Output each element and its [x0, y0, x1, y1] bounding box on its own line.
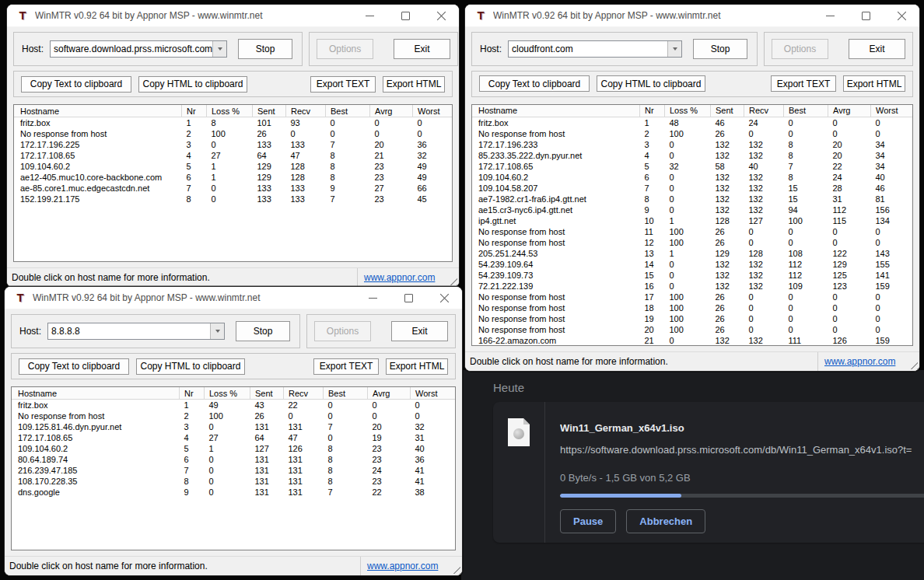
table-row[interactable]: fritz.box18101930000 — [14, 117, 453, 129]
col-avrg[interactable]: Avrg — [368, 387, 411, 400]
options-button[interactable]: Options — [772, 39, 828, 59]
table-row[interactable]: 54.239.109.64140132132112129155121 — [472, 259, 913, 270]
table-row[interactable]: ae15.cr3-nyc6.ip4.gtt.net901321329411215… — [472, 204, 913, 215]
exit-button[interactable]: Exit — [394, 39, 450, 59]
table-row[interactable]: 152.199.21.175801331337234510 — [14, 194, 453, 204]
col-sent[interactable]: Sent — [253, 105, 286, 117]
close-button[interactable] — [426, 287, 462, 309]
maximize-button[interactable] — [848, 5, 884, 26]
table-row[interactable]: No response from host191002600000 — [472, 313, 913, 324]
col-avrg[interactable]: Avrg — [370, 105, 413, 117]
col-recv[interactable]: Recv — [744, 105, 784, 117]
download-url[interactable]: https://software.download.prss.microsoft… — [560, 444, 924, 456]
table-row[interactable]: 109.104.58.2077013213215284617 — [472, 183, 913, 194]
table-row[interactable]: 172.17.196.23330132132820348 — [472, 139, 913, 150]
col-sent[interactable]: Sent — [711, 105, 744, 117]
table-row[interactable]: No response from host21002600000 — [14, 128, 453, 139]
export-html-button[interactable]: Export HTML — [383, 76, 445, 93]
table-row[interactable]: ae12-405.muc10.core-backbone.com61129128… — [14, 172, 453, 183]
table-row[interactable]: No response from host21002600000 — [12, 411, 456, 421]
table-row[interactable]: No response from host111002600000 — [472, 226, 913, 237]
maximize-button[interactable] — [390, 287, 426, 309]
stop-button[interactable]: Stop — [693, 39, 747, 59]
table-row[interactable]: ae-85.core1.muc.edgecastcdn.net701331339… — [14, 183, 453, 194]
export-html-button[interactable]: Export HTML — [843, 75, 905, 92]
download-filename[interactable]: Win11_German_x64v1.iso — [560, 422, 924, 434]
col-avrg[interactable]: Avrg — [828, 105, 871, 117]
col-loss[interactable]: Loss % — [207, 105, 253, 117]
col-nr[interactable]: Nr — [180, 387, 205, 400]
table-row[interactable]: ip4.gtt.net101128127100115134102 — [472, 215, 913, 226]
table-row[interactable]: 109.104.60.251127126823408 — [12, 443, 456, 454]
minimize-button[interactable] — [812, 5, 848, 26]
copy-html-button[interactable]: Copy HTML to clipboard — [136, 358, 245, 375]
col-hostname[interactable]: Hostname — [12, 387, 180, 400]
table-row[interactable]: 166-22.amazon.com210132132111126159114 — [472, 335, 913, 346]
table-row[interactable]: No response from host21002600000 — [472, 128, 913, 139]
col-worst[interactable]: Worst — [871, 105, 914, 117]
copy-text-button[interactable]: Copy Text to clipboard — [21, 76, 131, 93]
table-row[interactable]: 216.239.47.185701311318244110 — [12, 465, 456, 476]
col-recv[interactable]: Recv — [286, 105, 326, 117]
minimize-button[interactable] — [355, 287, 390, 309]
titlebar[interactable]: T WinMTR v0.92 64 bit by Appnor MSP - ww… — [465, 5, 919, 27]
col-recv[interactable]: Recv — [284, 387, 324, 400]
dropdown-arrow-icon[interactable] — [667, 41, 681, 57]
table-row[interactable]: No response from host171002600000 — [472, 292, 913, 302]
copy-text-button[interactable]: Copy Text to clipboard — [479, 75, 590, 92]
table-row[interactable]: 109.125.81.46.dyn.pyur.net30131131720329 — [12, 421, 456, 432]
host-combobox[interactable]: software.download.prss.microsoft.com — [50, 40, 227, 58]
col-worst[interactable]: Worst — [413, 105, 453, 117]
col-sent[interactable]: Sent — [250, 387, 284, 400]
col-worst[interactable]: Worst — [411, 387, 457, 400]
dropdown-arrow-icon[interactable] — [210, 323, 224, 339]
close-button[interactable] — [423, 5, 459, 26]
host-combobox[interactable]: cloudfront.com — [508, 40, 682, 58]
exit-button[interactable]: Exit — [849, 39, 905, 59]
col-nr[interactable]: Nr — [182, 105, 207, 117]
copy-text-button[interactable]: Copy Text to clipboard — [19, 358, 129, 375]
copy-html-button[interactable]: Copy HTML to clipboard — [138, 76, 247, 93]
table-row[interactable]: 172.17.196.22530133133720369 — [14, 139, 453, 150]
col-hostname[interactable]: Hostname — [472, 105, 640, 117]
titlebar[interactable]: T WinMTR v0.92 64 bit by Appnor MSP - ww… — [7, 5, 459, 27]
col-best[interactable]: Best — [326, 105, 370, 117]
col-best[interactable]: Best — [324, 387, 368, 400]
trace-list[interactable]: Hostname Nr Loss % Sent Recv Best Avrg W… — [13, 104, 453, 262]
copy-html-button[interactable]: Copy HTML to clipboard — [597, 75, 705, 92]
table-row[interactable]: 172.17.108.655325840722348 — [472, 161, 913, 172]
col-best[interactable]: Best — [784, 105, 828, 117]
col-loss[interactable]: Loss % — [205, 387, 250, 400]
table-row[interactable]: No response from host181002600000 — [472, 302, 913, 313]
table-row[interactable]: fritz.box14846240000 — [472, 117, 913, 128]
table-row[interactable]: dns.google90131131722389 — [12, 487, 456, 498]
col-nr[interactable]: Nr — [640, 105, 665, 117]
table-row[interactable]: fritz.box14943220000 — [12, 400, 456, 411]
col-hostname[interactable]: Hostname — [14, 105, 182, 117]
appnor-link[interactable]: www.appnor.com — [367, 561, 438, 571]
options-button[interactable]: Options — [317, 39, 373, 59]
stop-button[interactable]: Stop — [238, 39, 292, 59]
table-row[interactable]: 54.239.109.73150132132112125141112 — [472, 270, 913, 281]
close-button[interactable] — [884, 5, 919, 26]
host-combobox[interactable]: 8.8.8.8 — [47, 323, 225, 340]
table-row[interactable]: 205.251.244.53131129128108122143110 — [472, 248, 913, 259]
table-row[interactable]: 172.17.108.6542764478213211 — [14, 150, 453, 161]
table-row[interactable]: 109.104.60.2511291288234910 — [14, 161, 453, 172]
table-row[interactable]: 172.17.108.654276447019318 — [12, 432, 456, 443]
cancel-button[interactable]: Abbrechen — [626, 509, 705, 533]
export-html-button[interactable]: Export HTML — [386, 358, 448, 375]
table-row[interactable]: ae7-1982.cr1-fra6.ip4.gtt.net80132132153… — [472, 194, 913, 204]
table-row[interactable]: 85.233.35.222.dyn.pyur.net40132132820348 — [472, 150, 913, 161]
minimize-button[interactable] — [352, 5, 387, 26]
table-row[interactable]: 72.21.222.139160132132109123159109 — [472, 281, 913, 292]
appnor-link[interactable]: www.appnor.com — [824, 356, 895, 367]
exit-button[interactable]: Exit — [391, 321, 448, 341]
stop-button[interactable]: Stop — [236, 321, 290, 341]
dropdown-arrow-icon[interactable] — [212, 41, 226, 57]
options-button[interactable]: Options — [314, 321, 371, 341]
table-row[interactable]: No response from host121002600000 — [472, 237, 913, 248]
appnor-link[interactable]: www.appnor.com — [364, 272, 435, 283]
maximize-button[interactable] — [387, 5, 423, 26]
table-row[interactable]: 109.104.60.2601321328244010 — [472, 172, 913, 183]
